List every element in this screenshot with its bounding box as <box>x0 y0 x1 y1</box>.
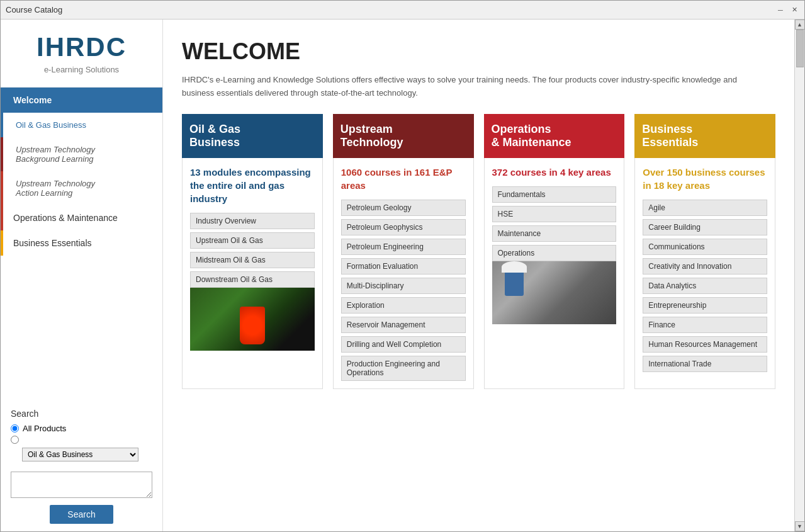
tag-downstream-oil-gas[interactable]: Downstream Oil & Gas <box>190 271 315 288</box>
tag-formation-evaluation[interactable]: Formation Evaluation <box>341 258 466 274</box>
tag-hse[interactable]: HSE <box>492 206 617 222</box>
scrollbar-track <box>796 30 804 521</box>
tag-midstream-oil-gas[interactable]: Midstream Oil & Gas <box>190 252 315 268</box>
tag-data-analytics[interactable]: Data Analytics <box>643 278 767 294</box>
search-button[interactable]: Search <box>50 505 113 524</box>
tag-multi-disciplinary[interactable]: Multi-Disciplinary <box>341 278 466 294</box>
scrollbar-thumb[interactable] <box>796 30 804 67</box>
app-body: IHRDC e-Learning Solutions Welcome Oil &… <box>1 20 804 531</box>
all-products-radio-label[interactable]: All Products <box>11 424 152 433</box>
card-upstream-stat: 1060 courses in 161 E&P areas <box>341 166 466 192</box>
card-upstream-body: 1060 courses in 161 E&P areas Petroleum … <box>333 158 474 389</box>
operations-tag-list: Fundamentals HSE Maintenance Operations <box>492 186 617 261</box>
scroll-down-button[interactable]: ▼ <box>795 521 805 531</box>
card-oil-gas-stat: 13 modules encompassing the entire oil a… <box>190 166 315 205</box>
tag-industry-overview[interactable]: Industry Overview <box>190 213 315 229</box>
scroll-up-button[interactable]: ▲ <box>795 20 805 30</box>
tag-fundamentals[interactable]: Fundamentals <box>492 186 617 203</box>
tag-maintenance[interactable]: Maintenance <box>492 225 617 242</box>
logo-text: IHRDC <box>13 32 150 62</box>
window-controls: ─ ✕ <box>775 5 799 15</box>
close-button[interactable]: ✕ <box>789 5 799 15</box>
search-radio-group: All Products Oil & Gas Business Upstream… <box>11 424 152 461</box>
oil-gas-tag-list: Industry Overview Upstream Oil & Gas Mid… <box>190 213 315 288</box>
card-operations-stat: 372 courses in 4 key areas <box>492 166 617 179</box>
sidebar-item-welcome[interactable]: Welcome <box>1 88 162 113</box>
tag-international-trade[interactable]: International Trade <box>643 356 767 372</box>
sidebar-item-business[interactable]: Business Essentials <box>1 230 162 256</box>
all-products-radio[interactable] <box>11 424 19 433</box>
tag-drilling-well-completion[interactable]: Drilling and Well Completion <box>341 336 466 353</box>
operations-card-image <box>492 261 617 324</box>
card-oil-gas-body: 13 modules encompassing the entire oil a… <box>182 158 323 389</box>
window-title: Course Catalog <box>6 5 62 14</box>
card-upstream-header: UpstreamTechnology <box>333 114 474 158</box>
all-products-label: All Products <box>23 424 66 433</box>
product-select[interactable]: Oil & Gas Business Upstream Technology O… <box>22 448 138 461</box>
card-business: BusinessEssentials Over 150 business cou… <box>634 114 775 389</box>
oil-gas-card-image <box>190 288 315 351</box>
card-oil-gas-header: Oil & GasBusiness <box>182 114 323 158</box>
card-operations: Operations& Maintenance 372 courses in 4… <box>484 114 625 389</box>
tag-finance[interactable]: Finance <box>643 317 767 333</box>
main-content: WELCOME IHRDC's e-Learning and Knowledge… <box>163 20 794 531</box>
tag-reservoir-management[interactable]: Reservoir Management <box>341 317 466 333</box>
card-business-header: BusinessEssentials <box>634 114 775 158</box>
tag-exploration[interactable]: Exploration <box>341 297 466 314</box>
tag-petroleum-geophysics[interactable]: Petroleum Geophysics <box>341 219 466 235</box>
sidebar-logo-area: IHRDC e-Learning Solutions <box>1 20 162 88</box>
sidebar-item-upstream-bg[interactable]: Upstream Technology Background Learning <box>1 137 162 171</box>
app-window: Course Catalog ─ ✕ IHRDC e-Learning Solu… <box>0 0 805 532</box>
welcome-description: IHRDC's e-Learning and Knowledge Solutio… <box>182 74 748 100</box>
card-operations-header: Operations& Maintenance <box>484 114 625 158</box>
tag-upstream-oil-gas[interactable]: Upstream Oil & Gas <box>190 232 315 249</box>
tag-human-resources[interactable]: Human Resources Management <box>643 336 767 353</box>
titlebar: Course Catalog ─ ✕ <box>1 1 804 20</box>
page-title: WELCOME <box>182 38 775 65</box>
tag-production-engineering[interactable]: Production Engineering and Operations <box>341 356 466 381</box>
card-upstream: UpstreamTechnology 1060 courses in 161 E… <box>333 114 474 389</box>
specific-product-radio[interactable] <box>11 436 19 444</box>
search-textarea[interactable] <box>11 472 152 498</box>
sidebar-nav: Welcome Oil & Gas Business Upstream Tech… <box>1 88 162 401</box>
sidebar-item-operations[interactable]: Operations & Maintenance <box>1 205 162 230</box>
sidebar-search-section: Search All Products Oil & Gas Business U… <box>1 401 162 531</box>
sidebar-item-upstream-al[interactable]: Upstream Technology Action Learning <box>1 171 162 205</box>
tag-operations[interactable]: Operations <box>492 245 617 261</box>
tag-entrepreneurship[interactable]: Entrepreneurship <box>643 297 767 314</box>
card-business-body: Over 150 business courses in 18 key area… <box>634 158 775 389</box>
search-label: Search <box>11 409 152 419</box>
upstream-tag-list: Petroleum Geology Petroleum Geophysics P… <box>341 200 466 381</box>
tag-petroleum-geology[interactable]: Petroleum Geology <box>341 200 466 216</box>
tag-creativity-innovation[interactable]: Creativity and Innovation <box>643 258 767 274</box>
tag-communications[interactable]: Communications <box>643 239 767 255</box>
sidebar-item-oil-gas[interactable]: Oil & Gas Business <box>1 113 162 137</box>
card-oil-gas: Oil & GasBusiness 13 modules encompassin… <box>182 114 323 389</box>
tag-petroleum-engineering[interactable]: Petroleum Engineering <box>341 239 466 255</box>
specific-product-radio-label[interactable] <box>11 436 152 444</box>
card-operations-body: 372 courses in 4 key areas Fundamentals … <box>484 158 625 389</box>
scrollbar: ▲ ▼ <box>794 20 804 531</box>
tag-career-building[interactable]: Career Building <box>643 219 767 235</box>
tag-agile[interactable]: Agile <box>643 200 767 216</box>
logo-sub: e-Learning Solutions <box>13 65 150 74</box>
minimize-button[interactable]: ─ <box>775 5 785 15</box>
card-business-stat: Over 150 business courses in 18 key area… <box>643 166 767 192</box>
business-tag-list: Agile Career Building Communications Cre… <box>643 200 767 372</box>
sidebar: IHRDC e-Learning Solutions Welcome Oil &… <box>1 20 163 531</box>
cards-grid: Oil & GasBusiness 13 modules encompassin… <box>182 114 775 389</box>
